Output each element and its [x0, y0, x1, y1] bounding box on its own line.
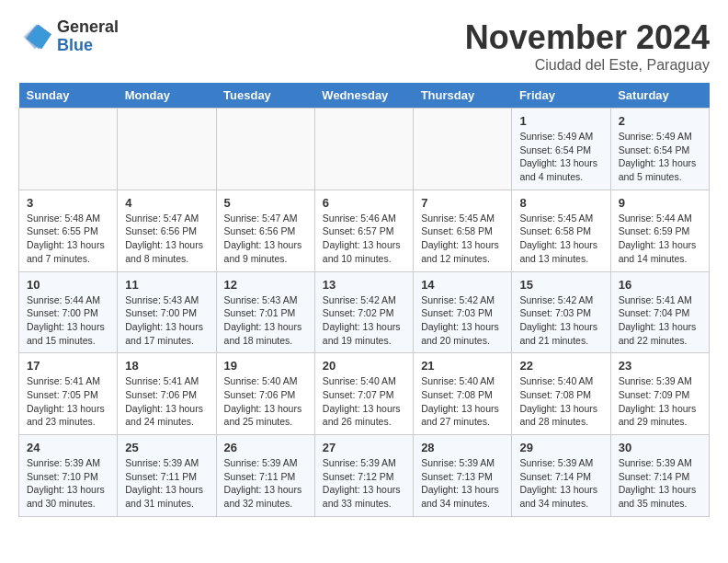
- day-number: 21: [421, 359, 504, 373]
- day-info: Sunrise: 5:39 AM Sunset: 7:09 PM Dayligh…: [619, 374, 701, 429]
- calendar-cell: 22Sunrise: 5:40 AM Sunset: 7:08 PM Dayli…: [512, 353, 610, 435]
- title-block: November 2024 Ciudad del Este, Paraguay: [465, 18, 710, 74]
- calendar-body: 1Sunrise: 5:49 AM Sunset: 6:54 PM Daylig…: [19, 109, 710, 517]
- day-number: 17: [27, 359, 109, 373]
- day-number: 26: [224, 441, 307, 454]
- day-number: 18: [125, 359, 208, 373]
- calendar-cell: 3Sunrise: 5:48 AM Sunset: 6:55 PM Daylig…: [19, 190, 118, 271]
- day-number: 12: [224, 278, 307, 292]
- day-info: Sunrise: 5:40 AM Sunset: 7:08 PM Dayligh…: [519, 374, 602, 429]
- calendar-header: SundayMondayTuesdayWednesdayThursdayFrid…: [19, 83, 710, 109]
- calendar-cell: 23Sunrise: 5:39 AM Sunset: 7:09 PM Dayli…: [610, 353, 709, 435]
- week-row-1: 1Sunrise: 5:49 AM Sunset: 6:54 PM Daylig…: [19, 109, 710, 190]
- logo-text: General Blue: [57, 18, 119, 55]
- day-info: Sunrise: 5:40 AM Sunset: 7:07 PM Dayligh…: [323, 374, 405, 429]
- day-info: Sunrise: 5:43 AM Sunset: 7:01 PM Dayligh…: [224, 293, 307, 348]
- day-info: Sunrise: 5:39 AM Sunset: 7:10 PM Dayligh…: [27, 456, 109, 511]
- calendar-cell: 21Sunrise: 5:40 AM Sunset: 7:08 PM Dayli…: [414, 353, 512, 435]
- location-subtitle: Ciudad del Este, Paraguay: [465, 57, 710, 74]
- calendar-cell: 7Sunrise: 5:45 AM Sunset: 6:58 PM Daylig…: [414, 190, 512, 271]
- day-info: Sunrise: 5:47 AM Sunset: 6:56 PM Dayligh…: [224, 212, 307, 266]
- calendar-cell: [118, 109, 216, 190]
- calendar-cell: 4Sunrise: 5:47 AM Sunset: 6:56 PM Daylig…: [118, 190, 216, 271]
- day-info: Sunrise: 5:44 AM Sunset: 6:59 PM Dayligh…: [619, 212, 701, 266]
- day-info: Sunrise: 5:39 AM Sunset: 7:14 PM Dayligh…: [619, 456, 701, 511]
- calendar-cell: 28Sunrise: 5:39 AM Sunset: 7:13 PM Dayli…: [414, 435, 512, 517]
- calendar-cell: 6Sunrise: 5:46 AM Sunset: 6:57 PM Daylig…: [314, 190, 413, 271]
- calendar-cell: 1Sunrise: 5:49 AM Sunset: 6:54 PM Daylig…: [512, 109, 610, 190]
- calendar-cell: [314, 109, 413, 190]
- week-row-2: 3Sunrise: 5:48 AM Sunset: 6:55 PM Daylig…: [19, 190, 710, 271]
- day-number: 6: [323, 196, 405, 210]
- header-row: SundayMondayTuesdayWednesdayThursdayFrid…: [19, 83, 710, 109]
- logo-general-text: General: [57, 18, 119, 37]
- day-info: Sunrise: 5:44 AM Sunset: 7:00 PM Dayligh…: [27, 293, 109, 348]
- day-number: 15: [519, 278, 602, 292]
- day-number: 3: [27, 196, 109, 210]
- day-info: Sunrise: 5:46 AM Sunset: 6:57 PM Dayligh…: [323, 212, 405, 266]
- day-number: 9: [619, 196, 701, 210]
- header-saturday: Saturday: [610, 83, 709, 109]
- day-number: 27: [323, 441, 405, 454]
- day-info: Sunrise: 5:45 AM Sunset: 6:58 PM Dayligh…: [519, 212, 602, 266]
- header-tuesday: Tuesday: [216, 83, 314, 109]
- day-info: Sunrise: 5:43 AM Sunset: 7:00 PM Dayligh…: [125, 293, 208, 348]
- calendar-cell: 14Sunrise: 5:42 AM Sunset: 7:03 PM Dayli…: [414, 271, 512, 353]
- calendar-cell: 9Sunrise: 5:44 AM Sunset: 6:59 PM Daylig…: [610, 190, 709, 271]
- day-number: 10: [27, 278, 109, 292]
- month-title: November 2024: [465, 18, 710, 57]
- calendar-cell: 11Sunrise: 5:43 AM Sunset: 7:00 PM Dayli…: [118, 271, 216, 353]
- day-number: 7: [421, 196, 504, 210]
- calendar-cell: 2Sunrise: 5:49 AM Sunset: 6:54 PM Daylig…: [610, 109, 709, 190]
- calendar-cell: 25Sunrise: 5:39 AM Sunset: 7:11 PM Dayli…: [118, 435, 216, 517]
- calendar-cell: 8Sunrise: 5:45 AM Sunset: 6:58 PM Daylig…: [512, 190, 610, 271]
- day-info: Sunrise: 5:41 AM Sunset: 7:05 PM Dayligh…: [27, 374, 109, 429]
- calendar-cell: 29Sunrise: 5:39 AM Sunset: 7:14 PM Dayli…: [512, 435, 610, 517]
- day-info: Sunrise: 5:41 AM Sunset: 7:04 PM Dayligh…: [619, 293, 701, 348]
- day-info: Sunrise: 5:42 AM Sunset: 7:03 PM Dayligh…: [519, 293, 602, 348]
- day-number: 29: [519, 441, 602, 454]
- calendar-cell: [414, 109, 512, 190]
- calendar-cell: 18Sunrise: 5:41 AM Sunset: 7:06 PM Dayli…: [118, 353, 216, 435]
- day-number: 16: [619, 278, 701, 292]
- day-number: 22: [519, 359, 602, 373]
- day-info: Sunrise: 5:45 AM Sunset: 6:58 PM Dayligh…: [421, 212, 504, 266]
- day-info: Sunrise: 5:41 AM Sunset: 7:06 PM Dayligh…: [125, 374, 208, 429]
- week-row-4: 17Sunrise: 5:41 AM Sunset: 7:05 PM Dayli…: [19, 353, 710, 435]
- calendar-cell: 20Sunrise: 5:40 AM Sunset: 7:07 PM Dayli…: [314, 353, 413, 435]
- calendar-cell: 30Sunrise: 5:39 AM Sunset: 7:14 PM Dayli…: [610, 435, 709, 517]
- calendar-cell: 5Sunrise: 5:47 AM Sunset: 6:56 PM Daylig…: [216, 190, 314, 271]
- calendar-cell: 10Sunrise: 5:44 AM Sunset: 7:00 PM Dayli…: [19, 271, 118, 353]
- day-number: 14: [421, 278, 504, 292]
- day-number: 19: [224, 359, 307, 373]
- header-friday: Friday: [512, 83, 610, 109]
- day-number: 28: [421, 441, 504, 454]
- day-number: 2: [619, 114, 701, 128]
- day-info: Sunrise: 5:39 AM Sunset: 7:14 PM Dayligh…: [519, 456, 602, 511]
- day-info: Sunrise: 5:40 AM Sunset: 7:06 PM Dayligh…: [224, 374, 307, 429]
- day-number: 23: [619, 359, 701, 373]
- calendar-cell: 26Sunrise: 5:39 AM Sunset: 7:11 PM Dayli…: [216, 435, 314, 517]
- day-number: 8: [519, 196, 602, 210]
- calendar-cell: 19Sunrise: 5:40 AM Sunset: 7:06 PM Dayli…: [216, 353, 314, 435]
- day-info: Sunrise: 5:47 AM Sunset: 6:56 PM Dayligh…: [125, 212, 208, 266]
- day-info: Sunrise: 5:49 AM Sunset: 6:54 PM Dayligh…: [519, 130, 602, 184]
- day-number: 4: [125, 196, 208, 210]
- day-info: Sunrise: 5:39 AM Sunset: 7:11 PM Dayligh…: [125, 456, 208, 511]
- calendar-cell: [19, 109, 118, 190]
- day-info: Sunrise: 5:48 AM Sunset: 6:55 PM Dayligh…: [27, 212, 109, 266]
- day-number: 20: [323, 359, 405, 373]
- header-monday: Monday: [118, 83, 216, 109]
- calendar-cell: [216, 109, 314, 190]
- day-number: 13: [323, 278, 405, 292]
- calendar-cell: 24Sunrise: 5:39 AM Sunset: 7:10 PM Dayli…: [19, 435, 118, 517]
- day-info: Sunrise: 5:42 AM Sunset: 7:02 PM Dayligh…: [323, 293, 405, 348]
- day-info: Sunrise: 5:39 AM Sunset: 7:11 PM Dayligh…: [224, 456, 307, 511]
- week-row-3: 10Sunrise: 5:44 AM Sunset: 7:00 PM Dayli…: [19, 271, 710, 353]
- logo-icon: [18, 20, 51, 53]
- day-number: 25: [125, 441, 208, 454]
- header-sunday: Sunday: [19, 83, 118, 109]
- header-thursday: Thursday: [414, 83, 512, 109]
- day-number: 5: [224, 196, 307, 210]
- day-number: 1: [519, 114, 602, 128]
